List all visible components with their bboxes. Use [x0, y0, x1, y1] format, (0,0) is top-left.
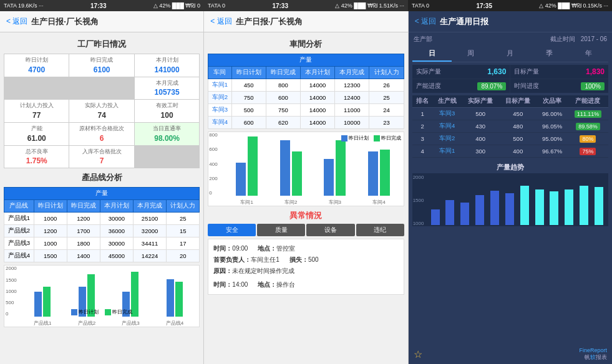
product-title: 產品线分析	[4, 172, 200, 183]
p3-tabs: 日周月季年	[412, 46, 608, 62]
abnormal-content: 时间：09:00 地点：管控室 首要负责人：车间主任1 損失：500 原因：未在…	[208, 239, 404, 295]
chart-group	[324, 140, 346, 196]
stat-cell-4: 计划人力投入 77	[4, 100, 69, 122]
chart-group	[280, 140, 302, 196]
col-header-5: 计划人力	[167, 200, 200, 213]
p3-tab-日[interactable]: 日	[412, 46, 452, 62]
p3-trend-chart: 2000 1500 1000	[412, 173, 608, 226]
abnormal-row-3: 原因：未在规定时间操作完成	[213, 266, 398, 277]
back-button-3[interactable]: < 返回	[415, 16, 436, 27]
nav-bar-1: < 返回 生产日报·厂长视角	[0, 11, 203, 32]
p3-kpi-section: 实际产量 1,630 目标产量 1,830 产能进度 89.07% 时间进度 1…	[412, 65, 608, 93]
table-row: 4车间130040096.67%75%	[412, 145, 608, 158]
p3-rankings: 排名 生产线 实际产量 目标产量 次品率 产能进度 1车间350045096.0…	[409, 95, 612, 160]
abnormal-row-2: 首要负责人：车间主任1 損失：500	[213, 254, 398, 266]
p3-dept: 生产部	[414, 35, 432, 44]
status-bar-1-right: △ 42% ███ ₩₪ 0	[153, 2, 200, 9]
p2-legend: 昨日计划 昨日完成	[341, 135, 401, 141]
kpi-capacity: 产能进度 89.07%	[412, 79, 510, 93]
status-bar-1: TATA 19.6K/s ··· 17:33 △ 42% ███ ₩₪ 0	[0, 0, 204, 11]
trend-bar	[490, 191, 499, 225]
trend-bar	[550, 191, 558, 225]
stat-cell-8: 原材料不合格批次 6	[69, 123, 134, 145]
abnormal-title: 異常情況	[208, 210, 404, 221]
table-row: 产品线415001400450001422420	[4, 250, 200, 262]
abnormal-tab-安全[interactable]: 安全	[208, 224, 256, 236]
favorite-icon[interactable]: ☆	[414, 348, 422, 360]
p3-tab-季[interactable]: 季	[530, 46, 569, 62]
table-row: 车间1450800140001230026	[208, 79, 404, 92]
status-bar-1-center: 17:33	[90, 2, 107, 9]
col-header-1: 昨日计划	[34, 200, 67, 213]
nav-bar-2: < 返回 生产日报·厂长视角	[204, 11, 407, 32]
p3-footer: ☆ FineReport 帆软报表	[409, 345, 612, 364]
p3-trend-title: 产量趋势	[409, 160, 612, 173]
product-sub-title: 产量	[4, 188, 200, 200]
back-button-1[interactable]: < 返回	[6, 16, 27, 27]
p3-table: 排名 生产线 实际产量 目标产量 次品率 产能进度 1车间350045096.0…	[412, 95, 608, 158]
factory-stats-grid: 昨日计划 4700 昨日完成 6100 本月计划 141000 本月完成 105…	[4, 54, 200, 168]
p3-kpi-grid: 实际产量 1,630 目标产量 1,830 产能进度 89.07% 时间进度 1…	[412, 65, 608, 93]
workshop-chart: 800 600 400 200 0 车间1车间2车间3车间4 昨日计划 昨日完成	[208, 132, 404, 206]
abnormal-tab-违纪[interactable]: 违纪	[356, 224, 404, 236]
kpi-actual: 实际产量 1,630	[412, 65, 510, 79]
workshop-title: 車間分析	[208, 39, 404, 50]
chart-group	[368, 150, 390, 196]
stat-cell-11: 入库不合格批次 7	[69, 146, 134, 168]
p1-legend: 昨日计划 昨日完成	[4, 309, 199, 315]
trend-bar	[565, 189, 573, 225]
abnormal-tab-设备[interactable]: 设备	[306, 224, 354, 236]
stat-cell-0: 昨日计划 4700	[4, 54, 69, 77]
nav-title-1: 生产日报·厂长视角	[31, 16, 99, 27]
status-bar-1-left: TATA 19.6K/s ···	[4, 2, 44, 9]
panel-workshop: < 返回 生产日报·厂长视角 車間分析 产量 车间 昨日计划 昨日完成 本月计划…	[204, 11, 408, 364]
nav-bar-3: < 返回 生产通用日报	[409, 11, 612, 32]
production-title: 产量	[208, 54, 404, 67]
stat-cell-1: 昨日完成 6100	[69, 54, 134, 77]
p3-header: 生产部 截止时间 2017 - 06	[409, 32, 612, 46]
abnormal-row-1: 时间：09:00 地点：管控室	[213, 243, 398, 254]
abnormal-tab-质量[interactable]: 质量	[257, 224, 305, 236]
table-row: 产品线212001700360003200015	[4, 225, 200, 237]
col-header-2: 昨日完成	[67, 200, 100, 213]
trend-bar	[505, 193, 514, 225]
trend-bar	[535, 189, 544, 225]
p3-table-header: 排名 生产线 实际产量 目标产量 次品率 产能进度	[412, 95, 608, 108]
col-header-3: 本月计划	[100, 200, 133, 213]
stat-cell-7: 产能 61.00	[4, 123, 69, 145]
nav-title-2: 生产日报·厂长视角	[236, 16, 303, 27]
stat-cell-5: 实际人力投入 74	[69, 100, 134, 122]
product-chart: 2000 1500 1000 500 0 产品线1产品线2产品线3产品线4 昨日…	[4, 265, 200, 327]
panel-daily-report: < 返回 生产通用日报 生产部 截止时间 2017 - 06 日周月季年 实际产…	[409, 11, 612, 364]
col-header-0: 产品线	[4, 200, 34, 213]
trend-bar	[475, 195, 484, 225]
stat-cell-3: 本月完成 105735	[135, 77, 199, 100]
status-bar-3: TATA 0 17:35 △ 42% ███ ₩₪ 0.15K/s ···	[408, 0, 612, 11]
nav-title-3: 生产通用日报	[440, 16, 488, 27]
panel1-content: 工厂昨日情况 昨日计划 4700 昨日完成 6100 本月计划 141000 本…	[0, 32, 203, 364]
kpi-target: 目标产量 1,830	[510, 65, 608, 79]
table-row: 3车间240050095.00%80%	[412, 133, 608, 145]
stat-cell-10: 总不良率 1.75%	[4, 146, 69, 168]
table-row: 1车间350045096.00%111.11%	[412, 108, 608, 120]
panel2-content: 車間分析 产量 车间 昨日计划 昨日完成 本月计划 本月完成 计划人力 车间	[204, 32, 407, 364]
table-row: 产品线110001200300002510025	[4, 213, 200, 225]
table-row: 车间4600620140001000023	[208, 117, 404, 129]
trend-bar	[520, 186, 529, 225]
table-row: 车间2750600140001240025	[208, 92, 404, 104]
chart-group	[236, 136, 258, 196]
table-row: 产品线310001800300003441117	[4, 237, 200, 250]
back-button-2[interactable]: < 返回	[210, 16, 231, 27]
p3-tab-年[interactable]: 年	[569, 46, 608, 62]
product-table: 产量 产品线 昨日计划 昨日完成 本月计划 本月完成 计划人力 产品线11000…	[4, 187, 200, 262]
col-header-4: 本月完成	[134, 200, 167, 213]
panel-factory: < 返回 生产日报·厂长视角 工厂昨日情况 昨日计划 4700 昨日完成 610…	[0, 11, 204, 364]
factory-title: 工厂昨日情况	[4, 39, 200, 50]
p3-tab-周[interactable]: 周	[452, 46, 491, 62]
p3-date: 2017 - 06	[581, 36, 607, 42]
table-row: 车间3500750140001100024	[208, 104, 404, 117]
kpi-time: 时间进度 100%	[510, 79, 608, 93]
p3-tab-月[interactable]: 月	[490, 46, 530, 62]
trend-bar	[445, 200, 454, 225]
trend-bar	[595, 187, 603, 225]
